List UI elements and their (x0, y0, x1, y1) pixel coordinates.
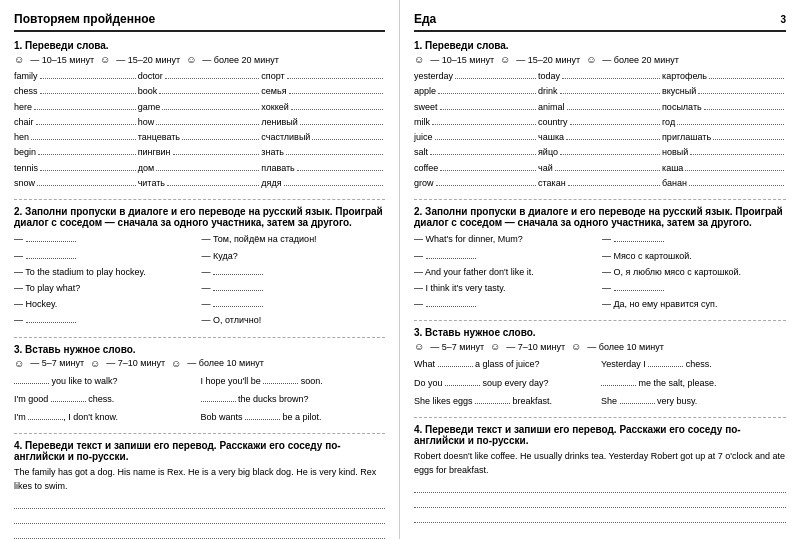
word-col2: doctor book game how танцевать пингвин д… (138, 69, 262, 191)
right-word-col1: yesterday apple sweet milk juice salt co… (414, 69, 538, 191)
smiley1: ☺ (14, 54, 24, 65)
right-s4-title: 4. Переведи текст и запиши его перевод. … (414, 424, 786, 446)
word-item: how (138, 115, 262, 130)
left-s4-text: The family has got a dog. His name is Re… (14, 465, 385, 494)
smiley3: ☺ (186, 54, 196, 65)
right-page-number: 3 (780, 14, 786, 25)
word-item: спорт (261, 69, 385, 84)
left-s4-title: 4. Переведи текст и запиши его перевод. … (14, 440, 385, 462)
word-col1: family chess here chair hen begin tennis… (14, 69, 138, 191)
divider1 (14, 199, 385, 200)
dialog-line: — (202, 296, 386, 312)
word-item: game (138, 100, 262, 115)
left-section1: 1. Переведи слова. ☺ — 10–15 минут ☺ — 1… (14, 40, 385, 191)
right-s2-title: 2. Заполни пропуски в диалоге и его пере… (414, 206, 786, 228)
right-word-col3: картофель вкусный посылать год приглашат… (662, 69, 786, 191)
left-s4-fill (14, 497, 385, 539)
right-section1: 1. Переведи слова. ☺ — 10–15 минут ☺ — 1… (414, 40, 786, 191)
right-divider2 (414, 320, 786, 321)
word-item: doctor (138, 69, 262, 84)
dialog-line: — (14, 312, 198, 328)
divider3 (14, 433, 385, 434)
right-s1-title: 1. Переведи слова. (414, 40, 786, 51)
smiley2: ☺ (100, 54, 110, 65)
right-s3-lines: What a glass of juice? Yesterday I chess… (414, 356, 786, 409)
word-item: here (14, 100, 138, 115)
right-section3: 3. Вставь нужное слово. ☺ — 5–7 минут ☺ … (414, 327, 786, 409)
word-item: счастливый (261, 130, 385, 145)
word-item: chess (14, 84, 138, 99)
right-word-grid: yesterday apple sweet milk juice salt co… (414, 69, 786, 191)
dialog-line: — (202, 280, 386, 296)
dialog-line: — Том, пойдём на стадион! (202, 231, 386, 247)
right-dialog-left: — What's for dinner, Mum? — — And your f… (414, 231, 598, 312)
dialog-left: — — — To the stadium to play hockey. — T… (14, 231, 198, 328)
right-divider1 (414, 199, 786, 200)
left-s3-title: 3. Вставь нужное слово. (14, 344, 385, 355)
dialog-line: — (202, 264, 386, 280)
right-section2: 2. Заполни пропуски в диалоге и его пере… (414, 206, 786, 312)
left-s3-lines: you like to walk? I hope you'll be soon.… (14, 373, 385, 426)
time2: — 15–20 минут (116, 55, 180, 65)
dialog-line: — (14, 248, 198, 264)
word-item: begin (14, 145, 138, 160)
left-dialog: — — — To the stadium to play hockey. — T… (14, 231, 385, 328)
word-item: hen (14, 130, 138, 145)
right-s4-fill (414, 481, 786, 523)
right-dialog: — What's for dinner, Mum? — — And your f… (414, 231, 786, 312)
left-section3: 3. Вставь нужное слово. ☺ — 5–7 минут ☺ … (14, 344, 385, 426)
word-item: знать (261, 145, 385, 160)
left-s2-title: 2. Заполни пропуски в диалоге и его пере… (14, 206, 385, 228)
dialog-line: — (14, 231, 198, 247)
dialog-line: — Hockey. (14, 296, 198, 312)
left-section4: 4. Переведи текст и запиши его перевод. … (14, 440, 385, 539)
right-word-col2: today drink animal country чашка яйцо ча… (538, 69, 662, 191)
right-page: Еда 3 1. Переведи слова. ☺ — 10–15 минут… (400, 0, 800, 539)
right-s1-times: ☺ — 10–15 минут ☺ — 15–20 минут ☺ — боле… (414, 54, 786, 65)
right-s4-text: Robert doesn't like coffee. He usually d… (414, 449, 786, 478)
left-section2: 2. Заполни пропуски в диалоге и его пере… (14, 206, 385, 328)
word-item: дядя (261, 176, 385, 191)
time1: — 10–15 минут (30, 55, 94, 65)
dialog-line: — To play what? (14, 280, 198, 296)
right-section4: 4. Переведи текст и запиши его перевод. … (414, 424, 786, 523)
word-item: читать (138, 176, 262, 191)
word-col3: спорт семья хоккей ленивый счастливый зн… (261, 69, 385, 191)
word-item: chair (14, 115, 138, 130)
word-item: хоккей (261, 100, 385, 115)
left-s3-times: ☺ — 5–7 минут ☺ — 7–10 минут ☺ — более 1… (14, 358, 385, 369)
word-item: пингвин (138, 145, 262, 160)
left-s1-times: ☺ — 10–15 минут ☺ — 15–20 минут ☺ — боле… (14, 54, 385, 65)
word-item: дом (138, 161, 262, 176)
word-item: family (14, 69, 138, 84)
word-item: tennis (14, 161, 138, 176)
divider2 (14, 337, 385, 338)
dialog-right: — Том, пойдём на стадион! — Куда? — — — … (202, 231, 386, 328)
right-divider3 (414, 417, 786, 418)
dialog-line: — О, отлично! (202, 312, 386, 328)
word-item: snow (14, 176, 138, 191)
left-word-grid: family chess here chair hen begin tennis… (14, 69, 385, 191)
right-dialog-right: — — Мясо с картошкой. — О, я люблю мясо … (602, 231, 786, 312)
right-s3-times: ☺ — 5–7 минут ☺ — 7–10 минут ☺ — более 1… (414, 341, 786, 352)
word-item: плавать (261, 161, 385, 176)
time3: — более 20 минут (202, 55, 279, 65)
word-item: семья (261, 84, 385, 99)
left-header: Повторяем пройденное (14, 12, 385, 32)
word-item: book (138, 84, 262, 99)
left-page: Повторяем пройденное 1. Переведи слова. … (0, 0, 400, 539)
right-s3-title: 3. Вставь нужное слово. (414, 327, 786, 338)
right-header: Еда 3 (414, 12, 786, 32)
word-item: ленивый (261, 115, 385, 130)
left-s1-title: 1. Переведи слова. (14, 40, 385, 51)
dialog-line: — Куда? (202, 248, 386, 264)
dialog-line: — To the stadium to play hockey. (14, 264, 198, 280)
right-title: Еда (414, 12, 436, 26)
word-item: танцевать (138, 130, 262, 145)
left-title: Повторяем пройденное (14, 12, 155, 26)
